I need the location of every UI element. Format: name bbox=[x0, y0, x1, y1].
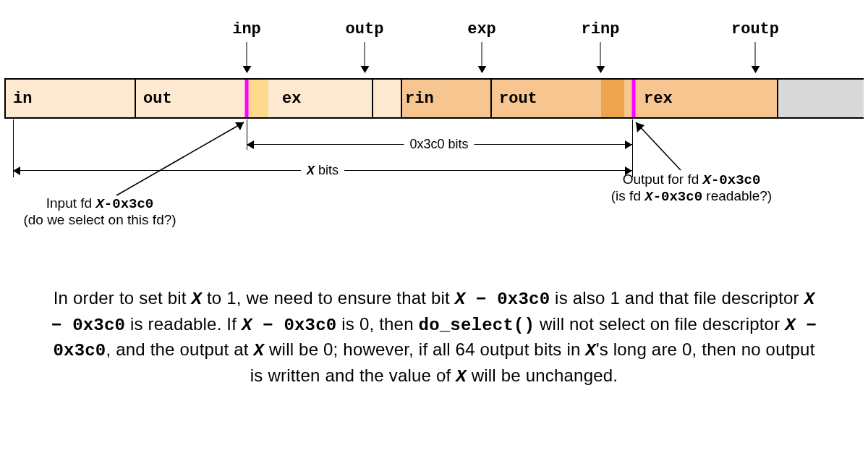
seg-ex-label: ex bbox=[282, 90, 301, 108]
seg-rout-label: rout bbox=[499, 90, 537, 108]
pointer-left bbox=[116, 119, 261, 199]
dimension-area: 0x3c0 bits X bits Input fd X-0x3c0 (do w… bbox=[4, 127, 864, 221]
body-txt-h: will be 0; however, if all 64 output bit… bbox=[264, 339, 585, 359]
body-txt-g: , and the output at bbox=[106, 339, 253, 359]
seg-in-label: in bbox=[13, 90, 32, 108]
body-var-2: X bbox=[455, 290, 466, 309]
caption-input-var: X bbox=[95, 196, 103, 212]
memory-strip: in out ex rin rout rex bbox=[4, 78, 778, 119]
ptr-exp-label: exp bbox=[467, 20, 496, 38]
ptr-routp-label: routp bbox=[731, 20, 779, 38]
body-var-3: X bbox=[804, 290, 815, 309]
body-txt-c: is also 1 and that file descriptor bbox=[550, 288, 804, 308]
pink-marker-right bbox=[632, 80, 636, 117]
body-var-7: X bbox=[585, 341, 596, 360]
ptr-outp-arrow bbox=[365, 42, 365, 72]
body-var-1: X bbox=[192, 290, 203, 309]
seg-rin-overlap bbox=[373, 80, 402, 117]
seg-ex-overlap bbox=[245, 80, 268, 117]
caption-input-fd: Input fd X-0x3c0 (do we select on this f… bbox=[0, 195, 201, 228]
measure-Xbits-label: X bits bbox=[301, 163, 344, 178]
caption-input-pre: Input fd bbox=[46, 195, 96, 211]
pink-marker-left bbox=[245, 80, 249, 117]
seg-rex-label: rex bbox=[644, 90, 673, 108]
caption-input-line2: (do we select on this fd?) bbox=[0, 212, 201, 228]
seg-tail-gray bbox=[778, 78, 864, 119]
seg-rout: rout bbox=[492, 80, 610, 117]
caption-output-var: X bbox=[703, 172, 711, 188]
body-txt-a: In order to set bit bbox=[54, 288, 192, 308]
ptr-inp-label: inp bbox=[232, 20, 261, 38]
body-var-4: X bbox=[242, 316, 252, 335]
body-code-select: do_select() bbox=[419, 316, 535, 335]
seg-rex-overlap bbox=[601, 80, 624, 117]
body-code-1: − 0x3c0 bbox=[465, 290, 550, 309]
body-txt-f: will not select on file descriptor bbox=[535, 314, 785, 334]
body-code-2: − 0x3c0 bbox=[51, 316, 125, 335]
seg-ex: ex bbox=[255, 80, 373, 117]
seg-out: out bbox=[136, 80, 255, 117]
ptr-inp-arrow bbox=[247, 42, 247, 72]
ptr-routp-arrow bbox=[755, 42, 756, 72]
caption-output-l2-var: X bbox=[644, 189, 652, 205]
caption-output-pre: Output for fd bbox=[623, 172, 703, 187]
body-txt-d: is readable. If bbox=[125, 314, 242, 334]
caption-output-l2-code: -0x3c0 bbox=[653, 189, 702, 205]
seg-out-label: out bbox=[143, 90, 172, 108]
explanation-paragraph: In order to set bit X to 1, we need to e… bbox=[51, 286, 817, 389]
svg-line-2 bbox=[636, 122, 681, 170]
body-var-8: X bbox=[456, 367, 467, 387]
caption-output-l2-pre: (is fd bbox=[611, 188, 644, 203]
seg-rin-label: rin bbox=[405, 90, 434, 108]
ptr-rinp-arrow bbox=[600, 42, 601, 72]
ptr-exp-arrow bbox=[482, 42, 482, 72]
caption-input-code: -0x3c0 bbox=[104, 196, 153, 212]
body-txt-j: will be unchanged. bbox=[467, 366, 618, 385]
caption-output-l2-post: readable?) bbox=[702, 188, 772, 203]
top-pointer-labels: inp outp exp rinp routp bbox=[4, 7, 864, 78]
seg-in: in bbox=[4, 80, 136, 117]
seg-rex: rex bbox=[610, 80, 778, 117]
memory-layout-diagram: inp outp exp rinp routp in out ex rin ro… bbox=[4, 7, 864, 232]
measure-Xbits-var: X bbox=[307, 164, 315, 178]
caption-output-code: -0x3c0 bbox=[711, 172, 760, 188]
ptr-outp-label: outp bbox=[346, 20, 384, 38]
caption-output-fd: Output for fd X-0x3c0 (is fd X-0x3c0 rea… bbox=[583, 172, 800, 205]
body-txt-b: to 1, we need to ensure that bit bbox=[202, 288, 455, 308]
svg-line-0 bbox=[116, 122, 244, 195]
body-code-3: − 0x3c0 bbox=[252, 316, 337, 335]
seg-rin: rin bbox=[373, 80, 492, 117]
ptr-rinp-label: rinp bbox=[582, 20, 620, 38]
body-txt-e: is 0, then bbox=[336, 314, 418, 334]
body-var-6: X bbox=[254, 341, 265, 360]
measure-Xbits-suffix: bits bbox=[315, 163, 339, 177]
measure-0x3c0-label: 0x3c0 bits bbox=[404, 137, 474, 152]
body-var-5: X bbox=[785, 316, 796, 335]
